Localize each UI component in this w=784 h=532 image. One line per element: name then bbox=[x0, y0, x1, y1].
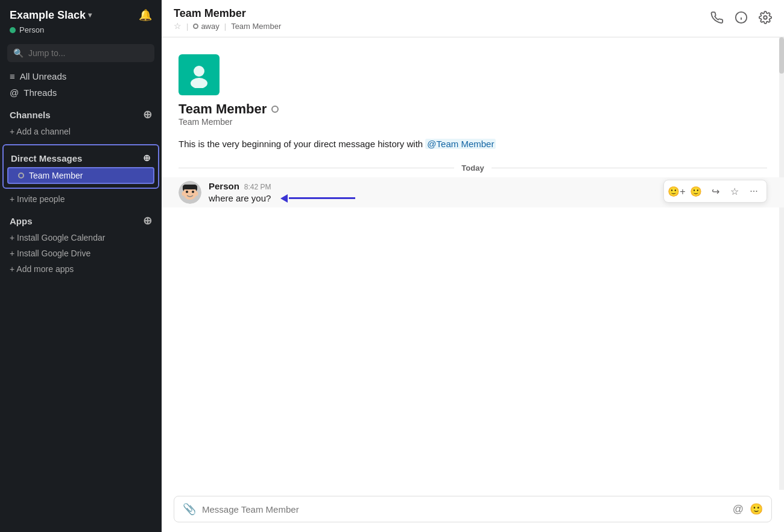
arrow-head bbox=[280, 194, 288, 203]
apps-section-header[interactable]: Apps ⊕ bbox=[0, 207, 162, 230]
message-avatar bbox=[179, 181, 201, 204]
more-actions-button[interactable]: ··· bbox=[745, 182, 763, 200]
dm-section-label: Direct Messages bbox=[11, 153, 82, 163]
svg-point-12 bbox=[182, 192, 185, 196]
star-icon[interactable]: ☆ bbox=[174, 21, 182, 31]
sidebar-item-all-unreads[interactable]: ≡ All Unreads bbox=[0, 68, 162, 84]
scrollbar-track[interactable] bbox=[779, 37, 784, 490]
message-actions: 🙂+ 🙂 ↪ ☆ ··· bbox=[663, 180, 767, 203]
info-icon[interactable] bbox=[735, 11, 748, 27]
add-channel-icon[interactable]: ⊕ bbox=[143, 108, 152, 121]
dm-intro-name-text: Team Member bbox=[179, 101, 267, 117]
svg-point-9 bbox=[186, 191, 188, 193]
settings-icon[interactable] bbox=[759, 11, 772, 27]
divider-line-right bbox=[492, 168, 767, 168]
svg-point-4 bbox=[194, 66, 204, 77]
apps-section-label: Apps bbox=[10, 216, 33, 226]
search-input[interactable] bbox=[28, 48, 148, 58]
dm-intro-avatar bbox=[179, 54, 220, 95]
main-content: Team Member ☆ | away | Team Member bbox=[162, 0, 784, 532]
header-breadcrumb: Team Member bbox=[231, 22, 281, 31]
chat-area[interactable]: Team Member Team Member This is the very… bbox=[162, 37, 784, 490]
message-input-area: 📎 @ 🙂 bbox=[162, 490, 784, 532]
user-status: Person bbox=[0, 25, 162, 40]
add-emoji-button[interactable]: 🙂+ bbox=[668, 182, 686, 200]
channel-subtitle: ☆ | away | Team Member bbox=[174, 21, 281, 31]
all-unreads-label: All Unreads bbox=[20, 71, 67, 81]
svg-point-10 bbox=[192, 191, 194, 193]
star-message-button[interactable]: ☆ bbox=[726, 182, 744, 200]
away-indicator: away bbox=[193, 22, 219, 31]
message-input-box: 📎 @ 🙂 bbox=[174, 496, 772, 522]
dm-intro-section: Team Member Team Member This is the very… bbox=[162, 37, 784, 149]
forward-button[interactable]: ↪ bbox=[706, 182, 724, 200]
attachment-icon[interactable]: 📎 bbox=[183, 502, 196, 516]
invite-people-item[interactable]: + Invite people bbox=[0, 191, 162, 207]
arrow-line bbox=[289, 197, 355, 199]
threads-label: Threads bbox=[24, 87, 57, 98]
avatar-svg bbox=[179, 181, 201, 204]
arrow-annotation bbox=[280, 194, 355, 203]
add-channel-item[interactable]: + Add a channel bbox=[0, 124, 162, 139]
add-dm-icon[interactable]: ⊕ bbox=[143, 153, 151, 163]
pipe-divider: | bbox=[186, 22, 188, 31]
search-bar[interactable]: 🔍 bbox=[7, 44, 154, 62]
pipe-divider-2: | bbox=[224, 22, 226, 31]
message-input[interactable] bbox=[202, 504, 727, 515]
main-header: Team Member ☆ | away | Team Member bbox=[162, 0, 784, 37]
svg-point-5 bbox=[191, 78, 207, 88]
invite-people-label: + Invite people bbox=[10, 194, 65, 204]
add-more-apps-label: + Add more apps bbox=[10, 264, 74, 274]
add-channel-label: + Add a channel bbox=[10, 127, 71, 136]
dm-intro-away-circle bbox=[271, 106, 279, 113]
header-right bbox=[710, 11, 772, 27]
phone-icon[interactable] bbox=[710, 11, 724, 27]
history-text: This is the very beginning of your direc… bbox=[179, 139, 425, 149]
threads-icon: @ bbox=[10, 87, 19, 98]
workspace-name-text: Example Slack bbox=[10, 9, 86, 22]
team-member-label: Team Member bbox=[29, 171, 83, 180]
sidebar-item-threads[interactable]: @ Threads bbox=[0, 84, 162, 101]
channels-section-header[interactable]: Channels ⊕ bbox=[0, 101, 162, 124]
emoji-input-icon[interactable]: 🙂 bbox=[750, 502, 763, 516]
message-time: 8:42 PM bbox=[244, 183, 271, 191]
header-left: Team Member ☆ | away | Team Member bbox=[174, 7, 281, 31]
dm-section-header[interactable]: Direct Messages ⊕ bbox=[4, 148, 158, 166]
date-label: Today bbox=[461, 163, 484, 173]
sidebar-item-team-member[interactable]: Team Member bbox=[7, 167, 154, 184]
user-name-label: Person bbox=[19, 25, 44, 34]
online-status-dot bbox=[10, 27, 16, 33]
workspace-chevron-icon: ▾ bbox=[88, 11, 92, 19]
sidebar: Example Slack ▾ 🔔 Person 🔍 ≡ All Unreads… bbox=[0, 0, 162, 532]
dm-intro-name: Team Member bbox=[179, 101, 767, 117]
search-icon: 🔍 bbox=[13, 48, 24, 58]
install-google-drive-label: + Install Google Drive bbox=[10, 249, 90, 258]
scrollbar-thumb[interactable] bbox=[779, 37, 784, 74]
dm-intro-text: This is the very beginning of your direc… bbox=[179, 139, 767, 149]
workspace-header[interactable]: Example Slack ▾ 🔔 bbox=[0, 0, 162, 25]
mention-tag[interactable]: @Team Member bbox=[425, 139, 496, 149]
status-label: away bbox=[201, 22, 219, 31]
away-status-dot bbox=[193, 24, 198, 29]
svg-rect-11 bbox=[183, 185, 197, 189]
team-member-status-icon bbox=[18, 173, 24, 179]
date-divider: Today bbox=[162, 149, 784, 177]
notifications-icon[interactable]: 🔔 bbox=[139, 8, 152, 22]
divider-line-left bbox=[179, 168, 454, 168]
add-app-icon[interactable]: ⊕ bbox=[143, 214, 152, 227]
message-author: Person bbox=[209, 181, 239, 191]
install-google-drive-item[interactable]: + Install Google Drive bbox=[0, 245, 162, 261]
message-row: Person 8:42 PM where are you? 🙂+ 🙂 ↪ ☆ bbox=[162, 177, 784, 207]
install-google-calendar-item[interactable]: + Install Google Calendar bbox=[0, 230, 162, 245]
message-body: where are you? bbox=[209, 193, 271, 203]
workspace-name[interactable]: Example Slack ▾ bbox=[10, 9, 92, 22]
svg-point-3 bbox=[763, 16, 767, 19]
svg-point-13 bbox=[195, 192, 198, 196]
direct-messages-section: Direct Messages ⊕ Team Member bbox=[2, 144, 159, 189]
channel-title: Team Member bbox=[174, 7, 281, 20]
install-google-calendar-label: + Install Google Calendar bbox=[10, 233, 105, 242]
add-more-apps-item[interactable]: + Add more apps bbox=[0, 261, 162, 277]
at-icon[interactable]: @ bbox=[733, 503, 744, 516]
emoji-button[interactable]: 🙂 bbox=[687, 182, 705, 200]
all-unreads-icon: ≡ bbox=[10, 71, 15, 81]
